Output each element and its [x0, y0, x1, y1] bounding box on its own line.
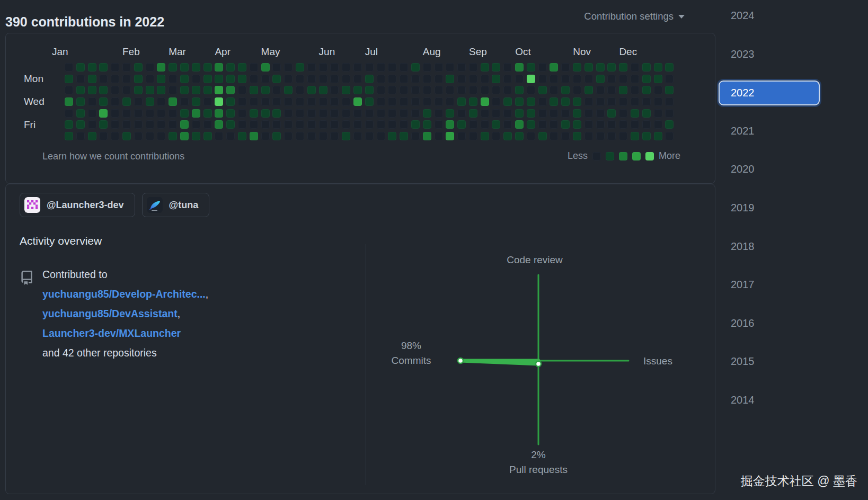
contribution-cell[interactable] — [631, 86, 639, 94]
contribution-cell[interactable] — [122, 63, 131, 72]
contribution-cell[interactable] — [400, 75, 408, 83]
contribution-cell[interactable] — [596, 97, 605, 106]
contribution-cell[interactable] — [619, 132, 627, 140]
contribution-cell[interactable] — [457, 97, 466, 106]
contribution-cell[interactable] — [619, 86, 627, 94]
contribution-cell[interactable] — [365, 63, 374, 72]
contribution-cell[interactable] — [330, 75, 339, 83]
contribution-cell[interactable] — [111, 86, 119, 94]
contribution-cell[interactable] — [388, 63, 396, 72]
contribution-cell[interactable] — [134, 63, 143, 72]
year-item-2019[interactable]: 2019 — [731, 202, 755, 214]
contribution-cell[interactable] — [192, 75, 200, 83]
contribution-cell[interactable] — [99, 97, 108, 106]
contribution-cell[interactable] — [377, 97, 385, 106]
contribution-cell[interactable] — [492, 97, 500, 106]
contribution-cell[interactable] — [469, 63, 477, 72]
contribution-cell[interactable] — [665, 63, 674, 72]
org-filter-launcher3-dev[interactable]: @Launcher3-dev — [20, 193, 135, 217]
contribution-cell[interactable] — [607, 120, 616, 129]
contribution-cell[interactable] — [88, 97, 96, 106]
contribution-cell[interactable] — [169, 109, 177, 118]
contribution-cell[interactable] — [492, 63, 500, 72]
contribution-cell[interactable] — [146, 75, 154, 83]
contribution-cell[interactable] — [457, 132, 466, 140]
contribution-cell[interactable] — [561, 86, 570, 94]
contribution-cell[interactable] — [157, 132, 165, 140]
contribution-cell[interactable] — [146, 120, 154, 129]
contribution-cell[interactable] — [272, 120, 281, 129]
contribution-cell[interactable] — [435, 97, 443, 106]
contribution-cell[interactable] — [88, 132, 96, 140]
contribution-cell[interactable] — [215, 120, 223, 129]
contribution-cell[interactable] — [157, 97, 165, 106]
contribution-cell[interactable] — [388, 120, 396, 129]
contribution-cell[interactable] — [111, 132, 119, 140]
contribution-cell[interactable] — [423, 97, 431, 106]
contribution-cell[interactable] — [411, 109, 420, 118]
contribution-cell[interactable] — [642, 97, 651, 106]
contribution-cell[interactable] — [261, 109, 270, 118]
contribution-cell[interactable] — [169, 75, 177, 83]
contribution-cell[interactable] — [435, 109, 443, 118]
contribution-cell[interactable] — [411, 63, 420, 72]
contribution-cell[interactable] — [654, 75, 662, 83]
contribution-cell[interactable] — [631, 97, 639, 106]
contribution-cell[interactable] — [665, 97, 674, 106]
contribution-cell[interactable] — [423, 63, 431, 72]
contribution-cell[interactable] — [550, 109, 558, 118]
contribution-cell[interactable] — [330, 97, 339, 106]
contribution-cell[interactable] — [146, 63, 154, 72]
contribution-cell[interactable] — [515, 75, 524, 83]
contribution-cell[interactable] — [319, 63, 327, 72]
contribution-cell[interactable] — [596, 86, 605, 94]
contribution-cell[interactable] — [203, 132, 212, 140]
contribution-cell[interactable] — [400, 86, 408, 94]
contribution-cell[interactable] — [111, 120, 119, 129]
contribution-cell[interactable] — [435, 120, 443, 129]
contribution-cell[interactable] — [538, 132, 547, 140]
contribution-cell[interactable] — [122, 120, 131, 129]
contribution-cell[interactable] — [481, 63, 489, 72]
contribution-cell[interactable] — [654, 63, 662, 72]
contribution-cell[interactable] — [307, 109, 316, 118]
contribution-cell[interactable] — [226, 109, 235, 118]
contribution-cell[interactable] — [284, 120, 293, 129]
contribution-cell[interactable] — [134, 120, 143, 129]
contribution-cell[interactable] — [238, 120, 246, 129]
contribution-cell[interactable] — [573, 63, 581, 72]
contribution-cell[interactable] — [561, 120, 570, 129]
contribution-cell[interactable] — [469, 75, 477, 83]
contribution-cell[interactable] — [342, 97, 350, 106]
contribution-cell[interactable] — [99, 132, 108, 140]
contribution-cell[interactable] — [272, 63, 281, 72]
contribution-cell[interactable] — [503, 97, 512, 106]
contribution-cell[interactable] — [226, 97, 235, 106]
repo-link-devassistant[interactable]: yuchuangu85/DevAssistant — [42, 308, 178, 319]
contribution-cell[interactable] — [481, 120, 489, 129]
contribution-cell[interactable] — [192, 120, 200, 129]
contribution-cell[interactable] — [353, 86, 362, 94]
contribution-cell[interactable] — [296, 120, 304, 129]
repo-link-mxlauncher[interactable]: Launcher3-dev/MXLauncher — [42, 327, 181, 339]
contribution-cell[interactable] — [515, 86, 524, 94]
contribution-cell[interactable] — [538, 75, 547, 83]
contribution-cell[interactable] — [584, 75, 593, 83]
contribution-cell[interactable] — [503, 63, 512, 72]
contribution-cell[interactable] — [65, 75, 73, 83]
contribution-cell[interactable] — [146, 132, 154, 140]
contribution-cell[interactable] — [169, 120, 177, 129]
contribution-cell[interactable] — [411, 132, 420, 140]
contribution-cell[interactable] — [330, 120, 339, 129]
contribution-cell[interactable] — [446, 86, 454, 94]
contribution-cell[interactable] — [226, 86, 235, 94]
contribution-cell[interactable] — [515, 63, 524, 72]
contribution-cell[interactable] — [76, 132, 85, 140]
contribution-cell[interactable] — [481, 86, 489, 94]
year-item-2017[interactable]: 2017 — [731, 279, 755, 291]
contribution-cell[interactable] — [596, 132, 605, 140]
contribution-cell[interactable] — [330, 132, 339, 140]
contribution-cell[interactable] — [457, 63, 466, 72]
contribution-cell[interactable] — [134, 75, 143, 83]
contribution-cell[interactable] — [192, 63, 200, 72]
